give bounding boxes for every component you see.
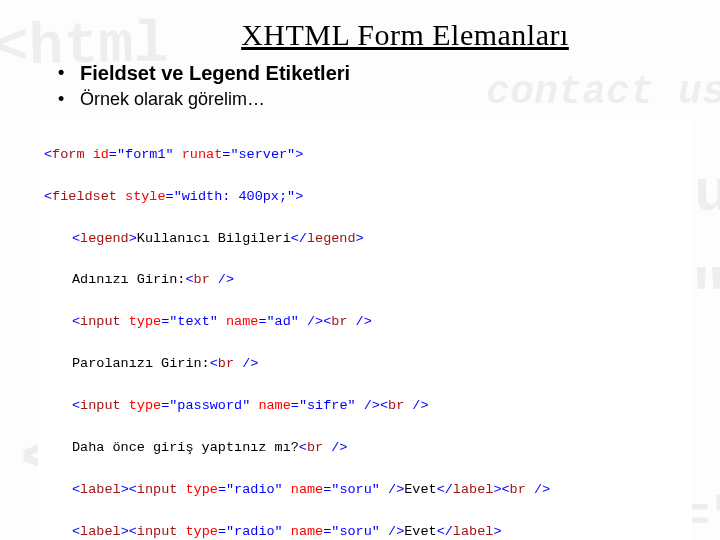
code-line-8: Daha önce giriş yaptınız mı?<br /> bbox=[44, 438, 692, 459]
code-block: <form id="form1" runat="server"> <fields… bbox=[38, 120, 692, 540]
code-line-5: <input type="text" name="ad" /><br /> bbox=[44, 312, 692, 333]
code-line-4: Adınızı Girin:<br /> bbox=[44, 270, 692, 291]
code-line-3: <legend>Kullanıcı Bilgileri</legend> bbox=[44, 229, 692, 250]
bullet-2: Örnek olarak görelim… bbox=[52, 89, 692, 110]
bullet-1: Fieldset ve Legend Etiketleri bbox=[52, 62, 692, 85]
code-line-10: <label><input type="radio" name="soru" /… bbox=[44, 522, 692, 540]
code-line-7: <input type="password" name="sifre" /><b… bbox=[44, 396, 692, 417]
code-line-9: <label><input type="radio" name="soru" /… bbox=[44, 480, 692, 501]
code-line-2: <fieldset style="width: 400px;"> bbox=[44, 187, 692, 208]
bullet-list: Fieldset ve Legend Etiketleri Örnek olar… bbox=[52, 62, 692, 110]
code-line-6: Parolanızı Girin:<br /> bbox=[44, 354, 692, 375]
code-line-1: <form id="form1" runat="server"> bbox=[44, 145, 692, 166]
slide-content: XHTML Form Elemanları Fieldset ve Legend… bbox=[0, 0, 720, 540]
page-title: XHTML Form Elemanları bbox=[118, 18, 692, 52]
